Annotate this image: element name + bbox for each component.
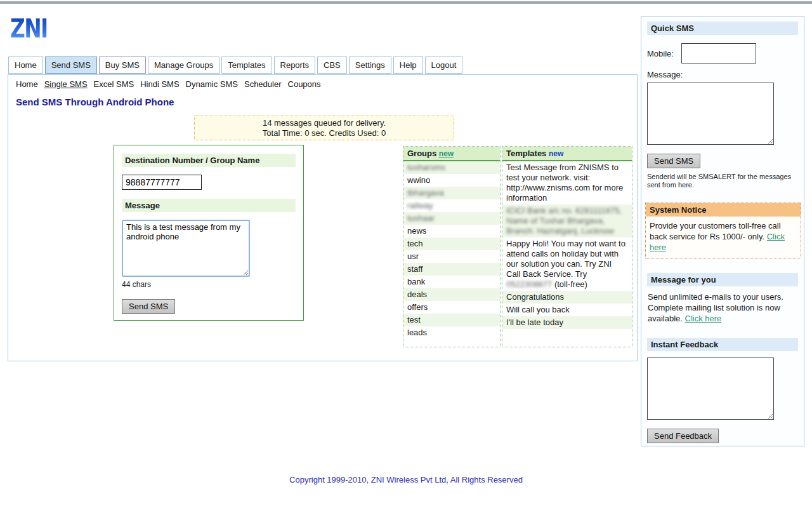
group-item[interactable]: tbhargava [403, 187, 500, 199]
label-text: Congratulations [506, 292, 564, 302]
redacted-text: 0522308877 [506, 279, 552, 289]
destination-input[interactable] [122, 175, 202, 190]
label-text: test [407, 315, 421, 324]
group-item[interactable]: tushaar [403, 212, 500, 225]
system-notice-text: Provide your customers toll-free call ba… [646, 217, 801, 258]
tab-home[interactable]: Home [8, 57, 43, 74]
tab-buy-sms[interactable]: Buy SMS [99, 57, 146, 74]
group-item[interactable]: railway [403, 199, 500, 212]
label-text: Scheduler [244, 79, 282, 89]
tab-manage-groups[interactable]: Manage Groups [148, 57, 219, 74]
label-text: Help [400, 60, 417, 70]
label-text: Test Message from ZNISMS to test your ne… [506, 163, 623, 203]
label-text: Coupons [288, 79, 321, 89]
message-for-you-text: Send unlimited e-mails to your users. Co… [647, 286, 798, 324]
char-count: 44 chars [122, 280, 296, 289]
destination-label: Destination Number / Group Name [122, 154, 296, 167]
label-text: staff [407, 264, 422, 274]
send-sms-form: Destination Number / Group Name Message … [114, 145, 304, 321]
group-item[interactable]: tech [403, 237, 500, 250]
tab-cbs[interactable]: CBS [317, 57, 347, 74]
message-for-you-link[interactable]: Click here [685, 314, 722, 323]
instant-feedback-title: Instant Feedback [647, 338, 798, 351]
label-text: I'll be late today [506, 318, 563, 327]
label-text: CBS [324, 60, 341, 70]
template-item[interactable]: Congratulations [502, 291, 632, 304]
label-text: news [407, 226, 426, 236]
label-text: Reports [280, 60, 310, 70]
send-sms-button[interactable]: Send SMS [122, 299, 175, 314]
quick-sms-send-button[interactable]: Send SMS [647, 154, 700, 168]
subnav-hindi-sms[interactable]: Hindi SMS [140, 79, 179, 89]
page-title: Send SMS Through Android Phone [16, 97, 174, 107]
groups-title: Groups [407, 149, 436, 158]
templates-title: Templates [506, 149, 546, 158]
label-text: leads [407, 328, 427, 337]
redacted-text: railway [407, 201, 433, 210]
template-item[interactable]: Happy Holi! You may not want to attend c… [502, 237, 632, 291]
label-text: Dynamic SMS [186, 79, 238, 89]
template-item[interactable]: Test Message from ZNISMS to test your ne… [502, 161, 632, 204]
tab-send-sms[interactable]: Send SMS [45, 57, 97, 74]
sub-nav: HomeSingle SMSExcel SMSHindi SMSDynamic … [16, 79, 321, 89]
label-text: Logout [431, 60, 457, 70]
group-item[interactable]: leads [403, 326, 500, 339]
label-text: deals [407, 290, 427, 299]
subnav-home[interactable]: Home [16, 79, 38, 89]
label-text: Single SMS [44, 79, 88, 89]
templates-panel: Templates new Test Message from ZNISMS t… [502, 146, 632, 347]
queue-notice-line2: Total Time: 0 sec. Credits Used: 0 [195, 128, 454, 138]
group-item[interactable]: usr [403, 250, 500, 263]
send-feedback-button[interactable]: Send Feedback [647, 429, 719, 443]
tab-settings[interactable]: Settings [349, 57, 391, 74]
message-textarea[interactable]: This is a test message from my android p… [122, 220, 250, 277]
subnav-coupons[interactable]: Coupons [288, 79, 321, 89]
template-item[interactable]: I'll be late today [502, 316, 632, 329]
group-item[interactable]: bank [403, 276, 500, 288]
groups-panel: Groups new tusharsmswwinotbhargavarailwa… [403, 146, 501, 347]
tab-help[interactable]: Help [393, 57, 423, 74]
group-item[interactable]: staff [403, 263, 500, 276]
label-text: offers [407, 302, 428, 312]
label-text: Home [15, 60, 37, 70]
tab-templates[interactable]: Templates [221, 57, 272, 74]
label-text: Excel SMS [94, 79, 134, 89]
subnav-single-sms[interactable]: Single SMS [44, 79, 88, 89]
group-item[interactable]: test [403, 314, 500, 326]
groups-header: Groups new [403, 147, 500, 161]
redacted-text: tbhargava [407, 188, 444, 197]
message-label: Message [122, 199, 296, 212]
message-for-you-panel: Message for you Send unlimited e-mails t… [647, 273, 798, 324]
queue-notice: 14 messages queued for delivery. Total T… [194, 116, 454, 140]
instant-feedback-textarea[interactable] [647, 358, 774, 420]
label-text: Happy Holi! You may not want to attend c… [506, 239, 625, 279]
subnav-dynamic-sms[interactable]: Dynamic SMS [186, 79, 238, 89]
template-item[interactable]: Will call you back [502, 304, 632, 316]
instant-feedback-panel: Instant Feedback Send Feedback [647, 338, 798, 443]
group-item[interactable]: deals [403, 288, 500, 301]
label-text: Send SMS [51, 60, 91, 70]
quick-sms-title: Quick SMS [647, 22, 798, 35]
tab-reports[interactable]: Reports [274, 57, 316, 74]
quick-sms-message-textarea[interactable] [647, 83, 774, 145]
groups-new-link[interactable]: new [439, 149, 454, 158]
main-nav: HomeSend SMSBuy SMSManage GroupsTemplate… [8, 57, 462, 74]
group-item[interactable]: offers [403, 301, 500, 314]
quick-sms-mobile-input[interactable] [681, 43, 756, 64]
label-text: usr [407, 251, 419, 261]
subnav-scheduler[interactable]: Scheduler [244, 79, 282, 89]
tab-logout[interactable]: Logout [425, 57, 463, 74]
group-item[interactable]: tusharsms [403, 161, 500, 174]
subnav-excel-sms[interactable]: Excel SMS [94, 79, 134, 89]
group-item[interactable]: news [403, 225, 500, 237]
system-notice-panel: System Notice Provide your customers tol… [645, 203, 801, 258]
mobile-label: Mobile: [647, 49, 679, 58]
label-text: tech [407, 239, 423, 248]
templates-new-link[interactable]: new [549, 149, 563, 158]
template-item[interactable]: ICICI Bank a/c no. 6281111875, Name of T… [502, 204, 632, 237]
copyright-footer: Copyright 1999-2010, ZNI Wireless Pvt Lt… [0, 475, 812, 485]
system-notice-title: System Notice [646, 203, 801, 217]
label-text: Will call you back [506, 305, 570, 314]
message-for-you-title: Message for you [647, 273, 798, 286]
group-item[interactable]: wwino [403, 174, 500, 187]
